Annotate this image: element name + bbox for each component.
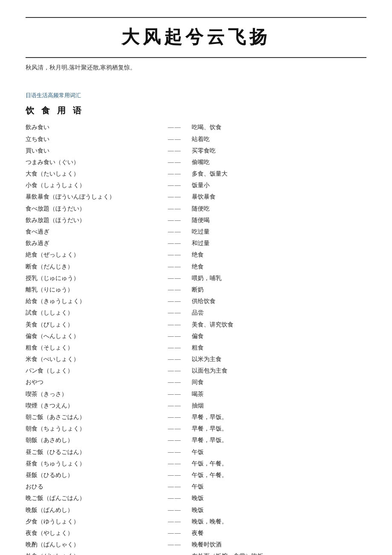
vocab-dash: —— [158,388,192,400]
vocab-japanese: 美食（びしょく） [26,319,158,330]
vocab-row: 大食（たいしょく）——多食、饭量大 [26,168,366,179]
vocab-dash: —— [158,504,192,516]
vocab-dash: —— [158,365,192,376]
vocab-japanese: 大食（たいしょく） [26,168,158,179]
vocab-dash: —— [158,133,192,145]
vocab-chinese: 随便吃 [192,203,366,214]
vocab-chinese: 绝食 [192,261,366,272]
vocab-dash: —— [158,400,192,411]
vocab-japanese: 喫煙（きつえん） [26,400,158,411]
vocab-japanese: 昼食（ちゅうしょく） [26,458,158,469]
vocab-dash: —— [158,516,192,527]
vocab-row: 試食（ししょく）——品尝 [26,307,366,318]
vocab-dash: —— [158,307,192,318]
vocab-chinese: 以米为主食 [192,353,366,365]
vocab-dash: —— [158,527,192,539]
vocab-row: 米食（べいしょく）——以米为主食 [26,353,366,365]
vocab-chinese: 早餐，早饭。 [192,411,366,423]
vocab-row: 昼ご飯（ひるごはん）——午饭 [26,446,366,458]
vocab-japanese: 立ち食い [26,133,158,145]
section-link[interactable]: 日语生活高频常用词汇 [26,90,366,100]
vocab-chinese: 夜餐 [192,527,366,539]
vocab-japanese: 買い食い [26,145,158,156]
vocab-chinese: 早餐，早饭。 [192,423,366,434]
vocab-dash: —— [158,539,192,550]
vocab-japanese: 朝ご飯（あさごはん） [26,411,158,423]
vocab-dash: —— [158,168,192,179]
vocab-chinese: 买零食吃 [192,145,366,156]
vocab-dash: —— [158,342,192,353]
subtitle: 秋风清，秋月明,落叶聚还散,寒鸦栖复惊。 [26,62,366,73]
vocab-row: 夜食（やしょく）——夜餐 [26,527,366,539]
vocab-japanese: 米食（べいしょく） [26,353,158,365]
vocab-japanese: 小食（しょうしょく） [26,179,158,191]
vocab-chinese: 间食 [192,376,366,388]
vocab-row: 美食（びしょく）——美食、讲究饮食 [26,319,366,330]
vocab-dash: —— [158,446,192,458]
vocab-chinese: 偏食 [192,330,366,342]
vocab-chinese: 晚餐时饮酒 [192,539,366,550]
vocab-chinese: 供给饮食 [192,295,366,307]
vocab-chinese: 在外面（饭馆，食堂）吃饭 [192,550,366,555]
vocab-chinese: 早餐，早饭。 [192,434,366,446]
vocab-japanese: 試食（ししょく） [26,307,158,318]
title-section: 大风起兮云飞扬 [26,17,366,58]
vocab-chinese: 偷嘴吃 [192,156,366,168]
vocab-dash: —— [158,261,192,272]
vocab-japanese: 粗食（そしょく） [26,342,158,353]
vocab-dash: —— [158,469,192,481]
vocab-japanese: 絶食（ぜっしょく） [26,249,158,260]
vocab-row: 暴飲暴食（ぼういんぼうしょく）——暴饮暴食 [26,191,366,202]
vocab-chinese: 晚饭，晚餐。 [192,516,366,527]
vocab-dash: —— [158,145,192,156]
vocab-japanese: 飲み放題（ほうだい） [26,214,158,226]
vocab-row: 夕食（ゆうしょく）——晚饭，晚餐。 [26,516,366,527]
vocab-japanese: 飲み過ぎ [26,237,158,249]
vocab-row: 買い食い——买零食吃 [26,145,366,156]
vocab-chinese: 暴饮暴食 [192,191,366,202]
vocab-dash: —— [158,249,192,260]
vocab-dash: —— [158,458,192,469]
vocab-chinese: 午饭，午餐。 [192,458,366,469]
vocab-dash: —— [158,214,192,226]
vocab-dash: —— [158,203,192,214]
vocab-row: 断食（だんじき）——绝食 [26,261,366,272]
vocab-dash: —— [158,434,192,446]
vocab-row: 食べ過ぎ——吃过量 [26,226,366,237]
vocab-chinese: 抽烟 [192,400,366,411]
vocab-japanese: つまみ食い（ぐい） [26,156,158,168]
main-title: 大风起兮云飞扬 [26,21,366,54]
vocab-japanese: 離乳（りにゅう） [26,284,158,295]
vocab-japanese: 授乳（じゅにゅう） [26,272,158,284]
vocab-japanese: おやつ [26,376,158,388]
vocab-japanese: 夕食（ゆうしょく） [26,516,158,527]
vocab-row: 朝ご飯（あさごはん）——早餐，早饭。 [26,411,366,423]
vocab-japanese: 朝食（ちょうしょく） [26,423,158,434]
vocab-chinese: 午饭 [192,481,366,492]
vocab-japanese: 外食（がいしょく） [26,550,158,555]
vocab-japanese: 昼飯（ひるめし） [26,469,158,481]
vocab-chinese: 午饭，午餐。 [192,469,366,481]
vocab-japanese: 食べ過ぎ [26,226,158,237]
vocab-japanese: 昼ご飯（ひるごはん） [26,446,158,458]
vocab-row: パン食（しょく）——以面包为主食 [26,365,366,376]
vocab-japanese: 晩ご飯（ばんごはん） [26,492,158,504]
vocab-chinese: 和过量 [192,237,366,249]
category-title: 饮 食 用 语 [26,103,366,118]
vocab-dash: —— [158,423,192,434]
vocab-chinese: 品尝 [192,307,366,318]
vocab-chinese: 喝茶 [192,388,366,400]
vocab-japanese: 晩酌（ばんしゃく） [26,539,158,550]
vocab-dash: —— [158,550,192,555]
vocab-japanese: 暴飲暴食（ぼういんぼうしょく） [26,191,158,202]
vocab-row: おやつ——间食 [26,376,366,388]
vocab-row: 絶食（ぜっしょく）——绝食 [26,249,366,260]
vocab-dash: —— [158,481,192,492]
vocab-row: 外食（がいしょく）——在外面（饭馆，食堂）吃饭 [26,550,366,555]
vocab-row: 小食（しょうしょく）——饭量小 [26,179,366,191]
vocab-chinese: 断奶 [192,284,366,295]
vocab-dash: —— [158,272,192,284]
vocab-row: 給食（きゅうしょく）——供给饮食 [26,295,366,307]
vocab-dash: —— [158,179,192,191]
vocab-chinese: 晚饭 [192,504,366,516]
